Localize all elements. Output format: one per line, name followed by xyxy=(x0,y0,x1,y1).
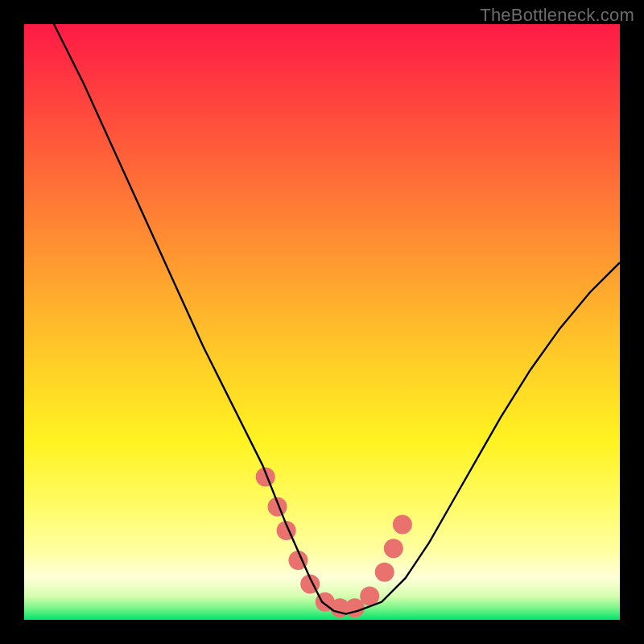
marker-dot xyxy=(384,539,403,558)
bottleneck-chart xyxy=(24,24,620,620)
watermark-label: TheBottleneck.com xyxy=(480,5,634,26)
marker-dot xyxy=(360,586,379,605)
bottleneck-curve xyxy=(54,24,620,614)
marker-dot xyxy=(393,515,412,535)
marker-dot xyxy=(375,563,394,582)
